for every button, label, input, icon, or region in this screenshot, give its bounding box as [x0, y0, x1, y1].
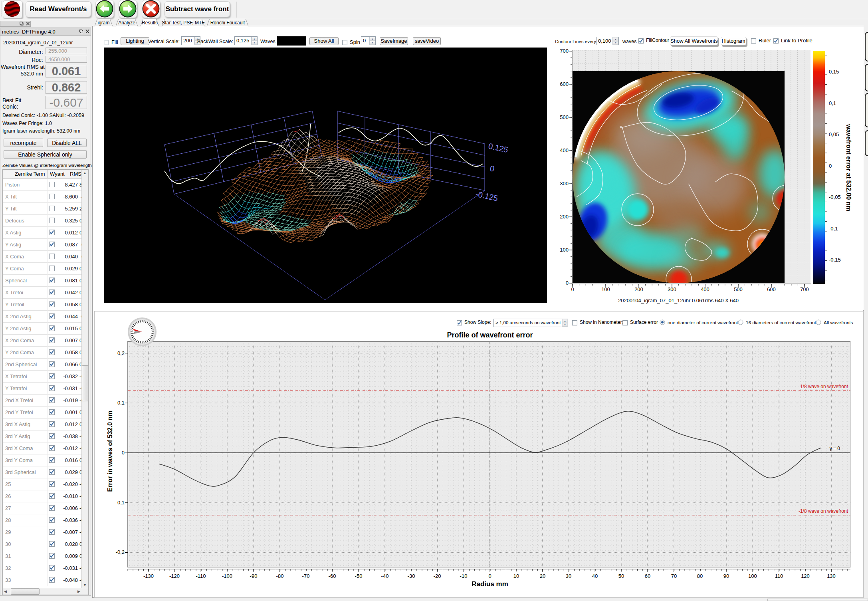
- svg-text:20: 20: [540, 573, 545, 579]
- svg-text:y = 0: y = 0: [830, 446, 840, 451]
- svg-text:500: 500: [734, 286, 743, 292]
- svg-text:90: 90: [723, 573, 729, 579]
- svg-text:Star Test, PSF, MTF: Star Test, PSF, MTF: [162, 20, 204, 26]
- svg-text:-0,1: -0,1: [116, 500, 125, 506]
- svg-text:60: 60: [645, 573, 650, 579]
- svg-text:200: 200: [634, 286, 643, 292]
- svg-text:0,15: 0,15: [829, 69, 839, 75]
- svg-text:500: 500: [560, 114, 569, 120]
- svg-text:0: 0: [122, 450, 125, 456]
- svg-text:-20: -20: [434, 573, 441, 579]
- svg-text:130: 130: [827, 573, 836, 579]
- svg-text:-80: -80: [276, 573, 284, 579]
- svg-text:Profile of wavefront error: Profile of wavefront error: [447, 331, 533, 339]
- svg-text:100: 100: [601, 286, 610, 292]
- svg-text:700: 700: [800, 286, 809, 292]
- svg-text:120: 120: [801, 573, 810, 579]
- svg-text:80: 80: [697, 573, 703, 579]
- svg-text:-0.125: -0.125: [475, 189, 499, 202]
- svg-text:400: 400: [701, 286, 709, 292]
- svg-text:300: 300: [668, 286, 676, 292]
- svg-text:700: 700: [560, 48, 569, 54]
- svg-text:600: 600: [560, 81, 569, 87]
- svg-text:100: 100: [748, 573, 757, 579]
- svg-text:70: 70: [671, 573, 677, 579]
- svg-text:40: 40: [592, 573, 598, 579]
- svg-text:Radius mm: Radius mm: [472, 580, 508, 588]
- svg-text:-50: -50: [355, 573, 363, 579]
- svg-text:Analyze: Analyze: [118, 20, 135, 26]
- svg-text:200: 200: [560, 214, 569, 220]
- svg-text:0: 0: [488, 573, 491, 579]
- svg-text:20200104_igram_07_01_12uhr 0.: 20200104_igram_07_01_12uhr 0.061rms 640 …: [618, 298, 739, 303]
- svg-text:-1/8 wave on wavefront: -1/8 wave on wavefront: [799, 508, 848, 514]
- svg-text:-90: -90: [250, 573, 258, 579]
- svg-text:0: 0: [566, 280, 569, 286]
- svg-text:50: 50: [618, 573, 624, 579]
- svg-text:0,1: 0,1: [829, 100, 836, 106]
- svg-text:400: 400: [560, 147, 569, 153]
- svg-text:110: 110: [775, 573, 783, 579]
- svg-text:0: 0: [571, 286, 574, 292]
- svg-text:-40: -40: [381, 573, 389, 579]
- svg-text:-10: -10: [460, 573, 468, 579]
- svg-text:300: 300: [560, 180, 569, 186]
- svg-text:Results: Results: [142, 20, 158, 26]
- svg-text:Ronchi Foucault: Ronchi Foucault: [210, 20, 245, 26]
- svg-text:-0,15: -0,15: [829, 257, 841, 263]
- svg-text:-70: -70: [302, 573, 310, 579]
- svg-text:100: 100: [560, 247, 569, 253]
- svg-text:-0,2: -0,2: [116, 549, 125, 555]
- svg-text:-110: -110: [196, 573, 206, 579]
- svg-text:igram: igram: [97, 20, 109, 26]
- svg-text:0.125: 0.125: [488, 141, 509, 154]
- svg-text:0: 0: [489, 164, 495, 173]
- svg-text:-0,05: -0,05: [829, 194, 841, 200]
- svg-text:0,2: 0,2: [117, 350, 125, 356]
- svg-text:-130: -130: [143, 573, 154, 579]
- svg-text:0,05: 0,05: [829, 131, 839, 137]
- svg-text:wavefront error at 532.00 nm: wavefront error at 532.00 nm: [845, 124, 852, 211]
- svg-text:0: 0: [829, 163, 832, 169]
- svg-text:-120: -120: [169, 573, 180, 579]
- svg-text:1/8 wave on wavefront: 1/8 wave on wavefront: [800, 384, 848, 389]
- svg-text:-100: -100: [222, 573, 232, 579]
- svg-text:-60: -60: [329, 573, 336, 579]
- svg-text:-30: -30: [408, 573, 415, 579]
- svg-text:Error in waves of 532.0 nm: Error in waves of 532.0 nm: [107, 411, 113, 492]
- svg-text:30: 30: [566, 573, 571, 579]
- svg-text:-0,1: -0,1: [829, 226, 838, 232]
- svg-text:10: 10: [513, 573, 519, 579]
- svg-text:600: 600: [767, 286, 776, 292]
- svg-text:0,1: 0,1: [117, 400, 125, 406]
